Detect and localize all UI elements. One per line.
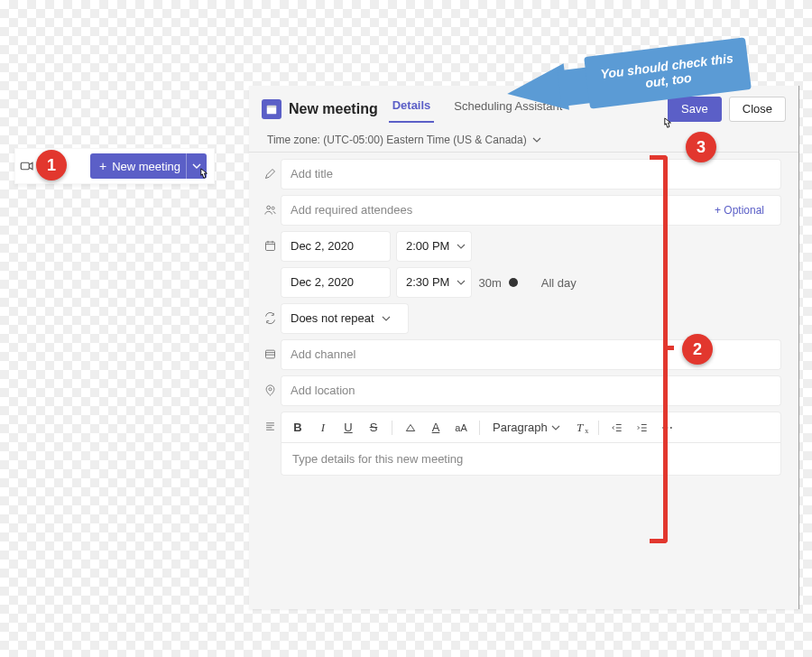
annotation-step-1: 1	[36, 150, 67, 180]
channel-icon	[258, 340, 281, 361]
end-time-select[interactable]: 2:30 PM	[397, 268, 471, 297]
details-editor: B I U S A aA Paragraph	[281, 412, 780, 475]
recurrence-select[interactable]: Does not repeat	[281, 304, 408, 333]
paragraph-label: Paragraph	[493, 421, 548, 434]
toolbar-separator	[479, 421, 480, 435]
pencil-icon	[258, 160, 281, 180]
attendees-placeholder: Add required attendees	[291, 203, 412, 217]
svg-rect-6	[265, 350, 274, 358]
svg-point-7	[268, 388, 271, 391]
new-meeting-button-label: New meeting	[112, 160, 180, 173]
details-textarea[interactable]: Type details for this new meeting	[281, 443, 780, 475]
page-title: New meeting	[289, 101, 378, 117]
svg-rect-2	[267, 105, 277, 107]
italic-button[interactable]: I	[312, 417, 334, 439]
tab-details[interactable]: Details	[389, 95, 435, 123]
chevron-down-icon	[192, 162, 201, 171]
chevron-down-icon	[532, 135, 541, 144]
highlight-button[interactable]	[400, 417, 421, 439]
bold-button[interactable]: B	[287, 417, 309, 439]
svg-rect-5	[265, 242, 274, 250]
strikethrough-button[interactable]: S	[363, 417, 384, 439]
annotation-bracket	[650, 155, 668, 543]
decrease-indent-button[interactable]	[606, 417, 628, 439]
toolbar-separator	[392, 421, 392, 435]
repeat-icon	[258, 304, 281, 325]
location-icon	[258, 376, 281, 397]
annotation-arrow: You should check this out, too	[478, 47, 749, 103]
timezone-label: Time zone: (UTC-05:00) Eastern Time (US …	[267, 134, 527, 146]
underline-button[interactable]: U	[337, 417, 359, 439]
meeting-panel: New meeting Details Scheduling Assistant…	[249, 86, 799, 609]
annotation-step-2: 2	[682, 334, 713, 365]
font-color-button[interactable]: A	[425, 417, 447, 439]
video-camera-icon	[19, 158, 35, 174]
svg-rect-0	[21, 162, 29, 170]
new-meeting-dropdown-toggle[interactable]	[186, 153, 201, 179]
people-icon	[258, 196, 281, 217]
clear-formatting-button[interactable]: Tx	[569, 417, 591, 439]
svg-point-4	[272, 207, 274, 209]
annotation-arrow-text: You should check this out, too	[584, 37, 752, 109]
start-time-select[interactable]: 2:00 PM	[397, 232, 471, 261]
title-input[interactable]: Add title	[281, 160, 780, 189]
chevron-down-icon	[551, 423, 560, 432]
attendees-input[interactable]: Add required attendees + Optional	[281, 196, 780, 225]
start-date-input[interactable]: Dec 2, 2020	[281, 232, 390, 261]
end-time-value: 2:30 PM	[406, 275, 449, 289]
duration-label: 30m	[478, 276, 501, 290]
annotation-step-3: 3	[686, 132, 716, 162]
calendar-icon	[262, 99, 281, 119]
editor-toolbar: B I U S A aA Paragraph	[281, 412, 780, 443]
plus-icon: +	[99, 160, 106, 172]
font-size-button[interactable]: aA	[450, 417, 472, 439]
all-day-toggle-dot[interactable]	[509, 278, 518, 287]
end-date-input[interactable]: Dec 2, 2020	[281, 268, 390, 297]
form-area: Add title Add required attendees + Optio…	[249, 156, 798, 609]
description-icon	[258, 412, 281, 433]
location-input[interactable]: Add location	[281, 376, 780, 405]
svg-point-3	[266, 206, 270, 209]
start-time-value: 2:00 PM	[406, 239, 449, 253]
paragraph-style-select[interactable]: Paragraph	[487, 417, 566, 439]
calendar-date-icon	[258, 232, 281, 253]
toolbar-separator	[598, 421, 599, 435]
optional-attendees-link[interactable]: + Optional	[715, 204, 771, 217]
chevron-down-icon	[382, 314, 391, 323]
chevron-down-icon	[457, 242, 466, 251]
new-meeting-button[interactable]: + New meeting	[90, 153, 207, 179]
all-day-label: All day	[541, 276, 577, 290]
chevron-down-icon	[457, 278, 466, 287]
recurrence-value: Does not repeat	[291, 311, 374, 325]
